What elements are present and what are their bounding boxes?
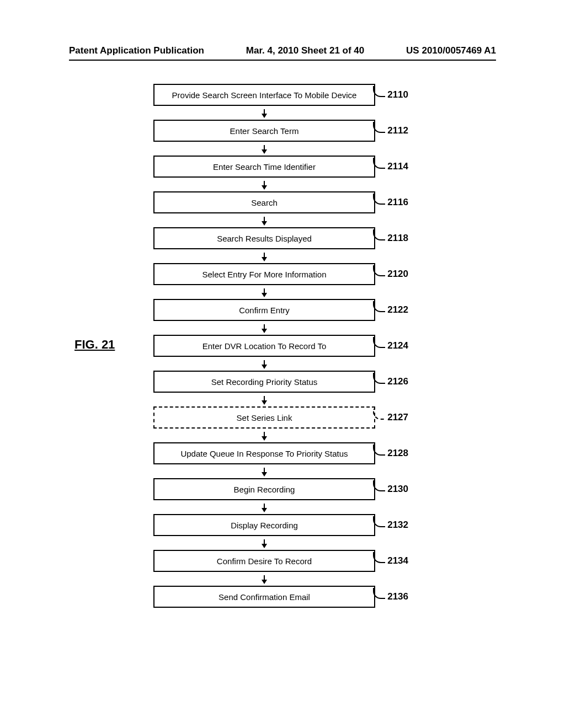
arrow-down-icon [264,181,265,189]
arrow-down-icon [264,253,265,260]
step-box: Select Entry For More Information2120 [153,263,375,285]
flowchart-step: Begin Recording2130 [153,478,375,500]
flow-arrow [153,178,375,191]
reference-number: 2122 [387,304,408,315]
step-box: Provide Search Screen Interface To Mobil… [153,84,375,106]
arrow-down-icon [264,109,265,117]
reference-curve [373,588,385,599]
flow-arrow [153,249,375,263]
flow-arrow [153,357,375,371]
reference-curve [373,229,385,240]
reference-connector: 2114 [373,161,408,172]
step-box: Update Queue In Response To Priority Sta… [153,442,375,464]
reference-number: 2132 [387,520,408,531]
reference-curve [373,409,385,420]
step-box: Enter DVR Location To Record To2124 [153,335,375,357]
flowchart-step: Update Queue In Response To Priority Sta… [153,442,375,464]
arrow-down-icon [264,288,265,296]
reference-number: 2120 [387,269,408,280]
flowchart-step: Search Results Displayed2118 [153,227,375,249]
flowchart-step: Enter DVR Location To Record To2124 [153,335,375,357]
reference-connector: 2122 [373,304,408,315]
reference-connector: 2118 [373,233,408,244]
flowchart-step: Confirm Desire To Record2134 [153,550,375,572]
reference-connector: 2128 [373,448,408,459]
flowchart-step: Search2116 [153,191,375,213]
step-box: Confirm Entry2122 [153,299,375,321]
step-box: Search2116 [153,191,375,213]
reference-curve [373,194,385,205]
flowchart-step: Confirm Entry2122 [153,299,375,321]
reference-curve [373,86,385,97]
step-box: Display Recording2132 [153,514,375,536]
reference-curve [373,265,385,276]
step-box: Send Confirmation Email2136 [153,586,375,608]
flow-arrow [153,536,375,550]
arrow-down-icon [264,468,265,475]
reference-connector: 2136 [373,591,408,602]
flowchart-step: Set Recording Priority Status2126 [153,371,375,393]
flowchart-step: Provide Search Screen Interface To Mobil… [153,84,375,106]
arrow-down-icon [264,396,265,404]
reference-curve [373,122,385,133]
reference-number: 2134 [387,555,408,566]
step-box: Enter Search Term2112 [153,120,375,142]
flowchart-step: Display Recording2132 [153,514,375,536]
reference-number: 2114 [387,161,408,172]
reference-connector: 2120 [373,269,408,280]
arrow-down-icon [264,575,265,583]
reference-number: 2118 [387,233,408,244]
reference-number: 2116 [387,197,408,208]
page-header: Patent Application Publication Mar. 4, 2… [69,45,496,56]
flow-arrow [153,500,375,514]
step-box: Set Recording Priority Status2126 [153,371,375,393]
reference-number: 2127 [387,412,408,423]
flow-arrow [153,285,375,299]
arrow-down-icon [264,324,265,332]
flowchart-step: Set Series Link2127 [153,406,375,429]
flow-arrow [153,429,375,442]
reference-connector: 2132 [373,520,408,531]
arrow-down-icon [264,432,265,440]
reference-curve [373,337,385,348]
flow-arrow [153,464,375,478]
reference-number: 2110 [387,89,408,100]
flow-arrow [153,106,375,120]
reference-number: 2112 [387,125,408,136]
flow-arrow [153,572,375,586]
flowchart-step: Select Entry For More Information2120 [153,263,375,285]
flow-arrow [153,213,375,227]
flowchart-step: Enter Search Term2112 [153,120,375,142]
header-center: Mar. 4, 2010 Sheet 21 of 40 [246,45,365,56]
figure-label: FIG. 21 [74,338,115,352]
step-box: Enter Search Time Identifier2114 [153,156,375,178]
flow-arrow [153,393,375,406]
reference-connector: 2126 [373,376,408,387]
flow-arrow [153,321,375,335]
step-box: Begin Recording2130 [153,478,375,500]
reference-connector: 2134 [373,555,408,566]
header-left: Patent Application Publication [69,45,204,56]
header-right: US 2010/0057469 A1 [406,45,496,56]
reference-connector: 2124 [373,340,408,351]
flowchart-step: Enter Search Time Identifier2114 [153,156,375,178]
reference-number: 2124 [387,340,408,351]
reference-connector: 2127 [373,412,408,423]
flowchart-step: Send Confirmation Email2136 [153,586,375,608]
arrow-down-icon [264,145,265,153]
reference-connector: 2112 [373,125,408,136]
arrow-down-icon [264,217,265,224]
flow-arrow [153,142,375,156]
reference-connector: 2110 [373,89,408,100]
arrow-down-icon [264,360,265,368]
reference-number: 2130 [387,484,408,495]
reference-number: 2126 [387,376,408,387]
arrow-down-icon [264,539,265,547]
reference-curve [373,301,385,312]
reference-connector: 2130 [373,484,408,495]
reference-number: 2136 [387,591,408,602]
reference-number: 2128 [387,448,408,459]
header-divider [69,60,496,61]
step-box: Search Results Displayed2118 [153,227,375,249]
flowchart: Provide Search Screen Interface To Mobil… [153,84,375,608]
